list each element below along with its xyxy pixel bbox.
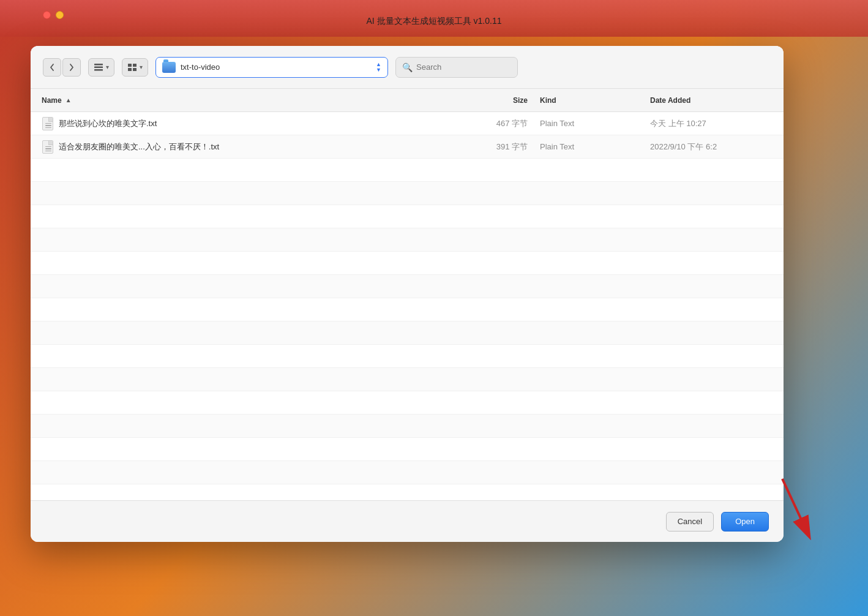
minimize-button[interactable] <box>56 11 64 19</box>
folder-icon <box>162 62 176 73</box>
file-date: 今天 上午 10:27 <box>650 118 773 129</box>
open-button[interactable]: Open <box>721 512 769 531</box>
svg-rect-1 <box>94 66 103 68</box>
grid-view-chevron: ▾ <box>140 64 143 70</box>
empty-row <box>31 461 784 484</box>
empty-row <box>31 205 784 228</box>
empty-row <box>31 345 784 368</box>
empty-row <box>31 391 784 415</box>
close-button[interactable] <box>43 11 51 19</box>
empty-row <box>31 415 784 438</box>
svg-rect-6 <box>133 68 137 71</box>
list-view-button[interactable]: ▾ <box>88 58 114 77</box>
search-input[interactable] <box>416 62 511 72</box>
file-size: 391 字节 <box>454 141 540 152</box>
empty-row <box>31 368 784 391</box>
search-icon: 🔍 <box>402 62 413 72</box>
location-stepper[interactable]: ▲ ▼ <box>376 62 381 73</box>
file-kind: Plain Text <box>540 142 650 151</box>
empty-row <box>31 275 784 298</box>
empty-row <box>31 252 784 275</box>
app-title: AI 批量文本生成短视频工具 v1.0.11 <box>0 5 868 27</box>
empty-row <box>31 298 784 321</box>
empty-row <box>31 228 784 252</box>
cancel-button[interactable]: Cancel <box>666 512 714 531</box>
grid-view-button[interactable]: ▾ <box>122 58 148 77</box>
file-list: 那些说到心坎的唯美文字.txt 467 字节 Plain Text 今天 上午 … <box>31 112 784 500</box>
list-view-chevron: ▾ <box>106 64 109 70</box>
empty-row <box>31 182 784 205</box>
col-name-header[interactable]: Name ▲ <box>42 96 454 105</box>
empty-row <box>31 321 784 345</box>
search-bar[interactable]: 🔍 <box>395 57 518 78</box>
col-date-header[interactable]: Date Added <box>650 96 773 105</box>
col-size-header[interactable]: Size <box>454 96 540 105</box>
column-headers: Name ▲ Size Kind Date Added <box>31 89 784 112</box>
nav-group <box>43 58 81 77</box>
table-row[interactable]: 那些说到心坎的唯美文字.txt 467 字节 Plain Text 今天 上午 … <box>31 112 784 135</box>
sort-arrow: ▲ <box>65 97 72 103</box>
file-kind: Plain Text <box>540 119 650 128</box>
file-name: 适合发朋友圈的唯美文...入心，百看不厌！.txt <box>59 141 454 152</box>
file-icon <box>42 140 54 154</box>
toolbar: ▾ ▾ txt-to-video ▲ ▼ 🔍 <box>31 46 784 89</box>
svg-rect-2 <box>94 69 103 71</box>
file-dialog-window: ▾ ▾ txt-to-video ▲ ▼ 🔍 Name <box>31 46 784 542</box>
svg-rect-5 <box>128 68 132 71</box>
location-text: txt-to-video <box>181 62 371 72</box>
svg-rect-3 <box>128 64 132 67</box>
back-button[interactable] <box>43 58 61 77</box>
bottom-bar: Cancel Open <box>31 500 784 542</box>
svg-line-8 <box>782 479 804 525</box>
file-date: 2022/9/10 下午 6:2 <box>650 141 773 152</box>
location-bar[interactable]: txt-to-video ▲ ▼ <box>155 57 388 78</box>
forward-button[interactable] <box>62 58 81 77</box>
svg-rect-0 <box>94 64 103 66</box>
file-name: 那些说到心坎的唯美文字.txt <box>59 118 454 129</box>
file-icon <box>42 116 54 131</box>
svg-rect-4 <box>133 64 137 67</box>
empty-row <box>31 438 784 461</box>
empty-row <box>31 159 784 182</box>
col-kind-header[interactable]: Kind <box>540 96 650 105</box>
file-size: 467 字节 <box>454 118 540 129</box>
table-row[interactable]: 适合发朋友圈的唯美文...入心，百看不厌！.txt 391 字节 Plain T… <box>31 135 784 159</box>
